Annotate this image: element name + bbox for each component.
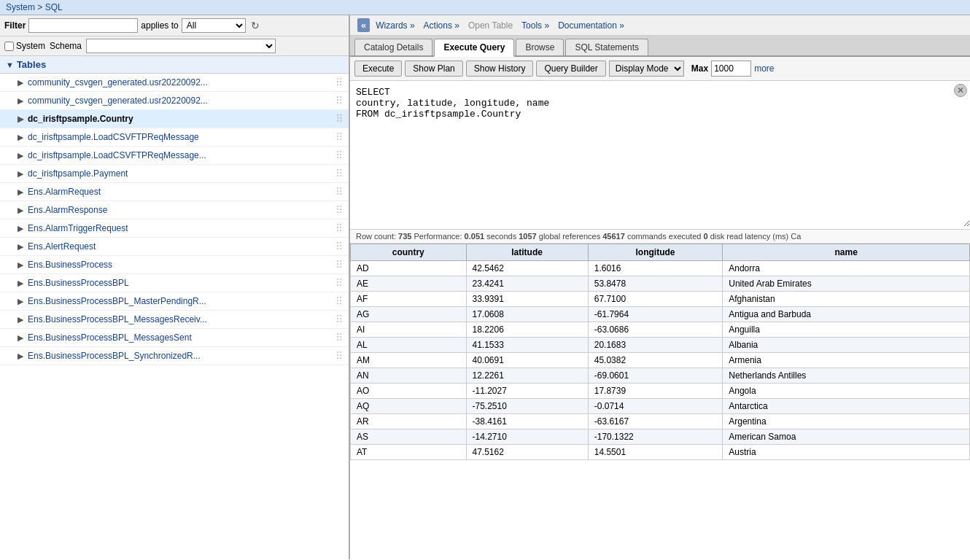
tab-browse[interactable]: Browse: [516, 39, 564, 55]
table-row[interactable]: AN12.2261-69.0601Netherlands Antilles: [351, 368, 970, 384]
documentation-button[interactable]: Documentation »: [555, 19, 627, 32]
toolbar: Execute Show Plan Show History Query Bui…: [350, 57, 970, 81]
table-item-link[interactable]: Ens.BusinessProcessBPL: [28, 278, 129, 288]
max-input[interactable]: [711, 61, 751, 77]
tab-execute-query[interactable]: Execute Query: [434, 39, 514, 57]
table-row[interactable]: AF33.939167.7100Afghanistan: [351, 292, 970, 307]
cell-longitude: 53.8478: [588, 276, 723, 292]
table-item[interactable]: ▶Ens.BusinessProcessBPL_MessagesSent⠿: [0, 329, 349, 347]
table-item-link[interactable]: dc_irisftpsample.LoadCSVFTPReqMessage...: [28, 150, 206, 160]
breadcrumb-system[interactable]: System: [6, 2, 35, 12]
cell-country: AE: [351, 276, 467, 292]
table-item-link[interactable]: Ens.BusinessProcessBPL_MessagesSent: [28, 332, 192, 343]
table-row[interactable]: AI18.2206-63.0686Anguilla: [351, 322, 970, 338]
table-row[interactable]: AO-11.202717.8739Angola: [351, 384, 970, 399]
table-item-link[interactable]: Ens.AlarmResponse: [28, 205, 107, 215]
execute-button[interactable]: Execute: [354, 61, 402, 77]
table-item[interactable]: ▶Ens.AlarmResponse⠿: [0, 201, 349, 219]
display-mode-select[interactable]: Display Mode Table XML JSON: [609, 61, 684, 77]
drag-handle-icon: ⠿: [335, 168, 343, 179]
table-row[interactable]: AE23.424153.8478United Arab Emirates: [351, 276, 970, 292]
cell-latitude: 17.0608: [466, 307, 588, 322]
table-item-link[interactable]: Ens.BusinessProcess: [28, 260, 112, 270]
table-item[interactable]: ▶Ens.AlertRequest⠿: [0, 238, 349, 256]
system-checkbox-label[interactable]: System: [4, 41, 45, 51]
table-item[interactable]: ▶dc_irisftpsample.Payment⠿: [0, 165, 349, 183]
table-row[interactable]: AR-38.4161-63.6167Argentina: [351, 414, 970, 429]
cell-name: Albania: [723, 338, 970, 353]
table-item[interactable]: ▶community_csvgen_generated.usr20220092.…: [0, 92, 349, 110]
table-item[interactable]: ▶Ens.BusinessProcessBPL_SynchronizedR...…: [0, 347, 349, 365]
table-item-link[interactable]: Ens.BusinessProcessBPL_MessagesReceiv...: [28, 314, 207, 324]
table-row[interactable]: AS-14.2710-170.1322American Samoa: [351, 429, 970, 445]
table-item-link[interactable]: Ens.BusinessProcessBPL_MasterPendingR...: [28, 296, 206, 306]
table-item-link[interactable]: community_csvgen_generated.usr20220092..…: [28, 96, 208, 106]
wizards-button[interactable]: Wizards »: [373, 19, 417, 32]
schema-select[interactable]: [86, 39, 276, 53]
table-item-link[interactable]: community_csvgen_generated.usr20220092..…: [28, 77, 208, 88]
cell-country: AO: [351, 384, 467, 399]
tools-button[interactable]: Tools »: [519, 19, 552, 32]
cell-longitude: 45.0382: [588, 353, 723, 368]
table-item-arrow-icon: ▶: [18, 260, 23, 270]
show-plan-button[interactable]: Show Plan: [405, 61, 462, 77]
table-item-arrow-icon: ▶: [18, 333, 23, 343]
collapse-button[interactable]: «: [357, 18, 370, 32]
table-item-link[interactable]: dc_irisftpsample.Payment: [28, 168, 128, 179]
applies-to-select[interactable]: All Tables Views Procedures: [182, 18, 246, 33]
cell-latitude: 12.2261: [466, 368, 588, 384]
cell-name: Angola: [723, 384, 970, 399]
cell-latitude: 47.5162: [466, 445, 588, 460]
table-item-link[interactable]: dc_irisftpsample.LoadCSVFTPReqMessage: [28, 132, 199, 142]
filter-input[interactable]: [28, 18, 138, 33]
cell-latitude: 18.2206: [466, 322, 588, 338]
table-item[interactable]: ▶dc_irisftpsample.LoadCSVFTPReqMessage⠿: [0, 128, 349, 147]
row-count-value: 735: [398, 232, 411, 241]
tables-header[interactable]: ▼ Tables: [0, 56, 349, 74]
breadcrumb-sql[interactable]: SQL: [45, 2, 63, 12]
tab-sql-statements[interactable]: SQL Statements: [565, 39, 648, 55]
table-item[interactable]: ▶Ens.AlarmRequest⠿: [0, 183, 349, 201]
schema-label: Schema: [50, 41, 82, 51]
tab-catalog-details[interactable]: Catalog Details: [354, 39, 432, 55]
table-item-link[interactable]: Ens.AlarmRequest: [28, 187, 101, 197]
sql-editor[interactable]: [350, 81, 970, 227]
table-item[interactable]: ▶Ens.BusinessProcessBPL_MasterPendingR..…: [0, 292, 349, 311]
drag-handle-icon: ⠿: [335, 131, 343, 143]
show-history-button[interactable]: Show History: [466, 61, 534, 77]
query-builder-button[interactable]: Query Builder: [536, 61, 605, 77]
results-container[interactable]: countrylatitudelongitudename AD42.54621.…: [350, 244, 970, 559]
cell-name: Armenia: [723, 353, 970, 368]
table-item[interactable]: ▶dc_irisftpsample.LoadCSVFTPReqMessage..…: [0, 147, 349, 165]
cell-country: AI: [351, 322, 467, 338]
close-editor-button[interactable]: ✕: [954, 84, 967, 97]
table-item-link[interactable]: Ens.AlarmTriggerRequest: [28, 223, 128, 233]
refresh-button[interactable]: ↻: [249, 19, 262, 32]
table-item[interactable]: ▶Ens.BusinessProcessBPL_MessagesReceiv..…: [0, 311, 349, 329]
cell-longitude: -0.0714: [588, 399, 723, 414]
actions-button[interactable]: Actions »: [421, 19, 462, 32]
system-checkbox[interactable]: [4, 42, 14, 51]
open-table-button[interactable]: Open Table: [465, 19, 516, 32]
table-row[interactable]: AT47.516214.5501Austria: [351, 445, 970, 460]
cell-name: United Arab Emirates: [723, 276, 970, 292]
table-item[interactable]: ▶Ens.AlarmTriggerRequest⠿: [0, 219, 349, 238]
table-item[interactable]: ▶Ens.BusinessProcess⠿: [0, 256, 349, 274]
drag-handle-icon: ⠿: [335, 95, 343, 106]
table-row[interactable]: AG17.0608-61.7964Antigua and Barbuda: [351, 307, 970, 322]
table-item-link[interactable]: Ens.AlertRequest: [28, 241, 96, 252]
table-item[interactable]: ▶dc_irisftpsample.Country⠿: [0, 110, 349, 128]
drag-handle-icon: ⠿: [335, 277, 343, 289]
table-row[interactable]: AM40.069145.0382Armenia: [351, 353, 970, 368]
more-link[interactable]: more: [754, 63, 774, 74]
table-item[interactable]: ▶Ens.BusinessProcessBPL⠿: [0, 274, 349, 292]
table-item-link[interactable]: Ens.BusinessProcessBPL_SynchronizedR...: [28, 351, 201, 361]
table-item[interactable]: ▶community_csvgen_generated.usr20220092.…: [0, 74, 349, 92]
drag-handle-icon: ⠿: [335, 149, 343, 161]
tables-header-label: Tables: [17, 59, 46, 70]
table-row[interactable]: AD42.54621.6016Andorra: [351, 261, 970, 276]
filter-bar: Filter applies to All Tables Views Proce…: [0, 15, 349, 36]
results-header-row: countrylatitudelongitudename: [351, 244, 970, 261]
table-row[interactable]: AQ-75.2510-0.0714Antarctica: [351, 399, 970, 414]
table-row[interactable]: AL41.153320.1683Albania: [351, 338, 970, 353]
